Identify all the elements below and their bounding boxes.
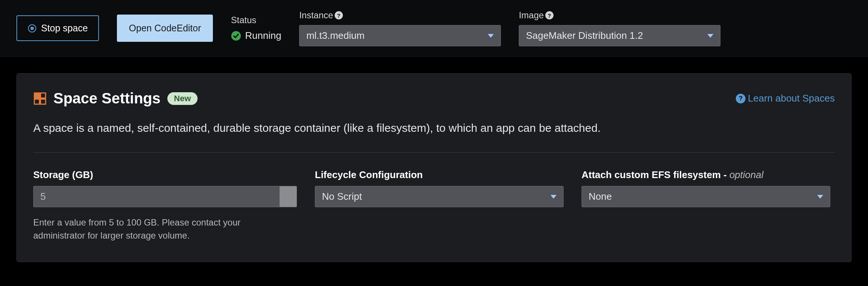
chevron-down-icon (551, 195, 557, 199)
lifecycle-column: Lifecycle Configuration No Script (315, 169, 564, 242)
learn-about-spaces-link[interactable]: ? Learn about Spaces (736, 93, 835, 104)
svg-point-2 (231, 31, 241, 41)
help-icon[interactable]: ? (545, 11, 554, 19)
topbar: Stop space Open CodeEditor Status Runnin… (0, 0, 868, 57)
space-settings-panel: Space Settings New ? Learn about Spaces … (16, 73, 852, 262)
efs-select[interactable]: None (582, 186, 830, 207)
storage-label: Storage (GB) (33, 169, 297, 181)
storage-stepper[interactable] (280, 186, 297, 207)
panel-title: Space Settings (53, 90, 161, 107)
open-codeeditor-button[interactable]: Open CodeEditor (117, 15, 213, 42)
svg-rect-4 (41, 93, 46, 98)
status-label: Status (231, 15, 281, 25)
status-block: Status Running (231, 15, 281, 41)
efs-label: Attach custom EFS filesystem - optional (582, 169, 830, 181)
chevron-down-icon (707, 34, 713, 38)
status-value: Running (245, 30, 281, 41)
image-block: Image ? SageMaker Distribution 1.2 (519, 10, 720, 46)
storage-helper: Enter a value from 5 to 100 GB. Please c… (33, 216, 295, 242)
efs-select-value: None (589, 191, 612, 202)
stop-space-button[interactable]: Stop space (16, 15, 99, 41)
chevron-down-icon (817, 195, 823, 199)
efs-optional-text: optional (729, 169, 763, 180)
divider (33, 152, 835, 153)
chevron-down-icon (488, 34, 494, 38)
stop-space-label: Stop space (41, 23, 88, 34)
new-badge: New (167, 92, 198, 105)
instance-select[interactable]: ml.t3.medium (299, 25, 501, 46)
open-codeeditor-label: Open CodeEditor (129, 23, 201, 34)
svg-rect-3 (34, 93, 40, 98)
instance-block: Instance ? ml.t3.medium (299, 10, 501, 46)
image-label: Image ? (519, 10, 720, 21)
image-select-value: SageMaker Distribution 1.2 (526, 30, 643, 41)
efs-column: Attach custom EFS filesystem - optional … (582, 169, 830, 242)
storage-input-row (33, 186, 297, 207)
lifecycle-label: Lifecycle Configuration (315, 169, 564, 181)
panel-description: A space is a named, self-contained, dura… (33, 122, 835, 134)
help-icon[interactable]: ? (335, 11, 343, 19)
panel-wrap: Space Settings New ? Learn about Spaces … (0, 57, 868, 262)
stop-icon (28, 24, 37, 33)
panel-header: Space Settings New ? Learn about Spaces (33, 90, 835, 107)
image-select[interactable]: SageMaker Distribution 1.2 (519, 25, 720, 46)
settings-row: Storage (GB) Enter a value from 5 to 100… (33, 169, 835, 242)
panel-title-group: Space Settings New (33, 90, 198, 107)
storage-column: Storage (GB) Enter a value from 5 to 100… (33, 169, 297, 242)
lifecycle-select[interactable]: No Script (315, 186, 564, 207)
svg-rect-6 (41, 99, 46, 104)
svg-rect-5 (34, 99, 40, 104)
instance-label-text: Instance (299, 10, 333, 21)
grid-icon (33, 92, 47, 105)
image-label-text: Image (519, 10, 544, 21)
instance-label: Instance ? (299, 10, 501, 21)
efs-label-text: Attach custom EFS filesystem - (582, 169, 729, 180)
svg-rect-1 (31, 27, 34, 30)
lifecycle-select-value: No Script (322, 191, 362, 202)
learn-link-text: Learn about Spaces (748, 93, 835, 104)
instance-select-value: ml.t3.medium (306, 30, 365, 41)
help-icon: ? (736, 94, 745, 103)
storage-input[interactable] (33, 186, 280, 207)
check-circle-icon (231, 31, 241, 41)
status-value-row: Running (231, 30, 281, 41)
